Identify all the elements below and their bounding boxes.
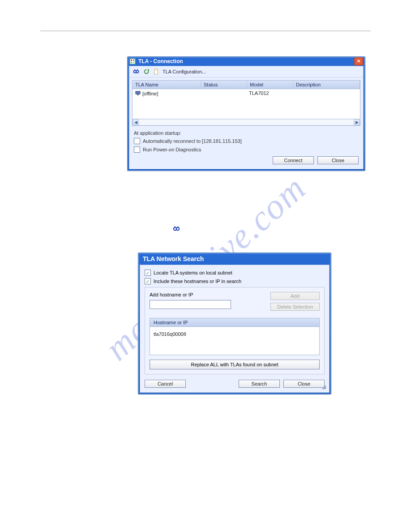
svg-rect-2	[133, 60, 134, 61]
close-icon[interactable]: ✕	[354, 57, 363, 65]
delete-button[interactable]: Delete Selection	[270, 303, 320, 311]
hostname-list[interactable]: Hostname or IP tla7016q00008	[150, 318, 320, 355]
page-divider	[40, 30, 371, 31]
auto-reconnect-label: Automatically reconnect to [128.181.115.…	[143, 138, 242, 144]
search-button[interactable]: Search	[239, 380, 280, 388]
window-title: TLA - Connection	[138, 58, 183, 64]
col-status[interactable]: Status	[201, 81, 247, 89]
hostname-input[interactable]	[150, 300, 231, 309]
svg-rect-0	[130, 59, 135, 64]
table-row[interactable]: [offline] TLA7012	[133, 89, 360, 98]
run-power-checkbox[interactable]	[134, 146, 140, 153]
include-label: Include these hostnames or IP in search	[154, 279, 241, 284]
col-name[interactable]: TLA Name	[133, 81, 201, 89]
inline-search-icon-hint	[173, 225, 180, 233]
horizontal-scrollbar[interactable]: ◀ ▶	[133, 119, 360, 125]
list-item[interactable]: tla7016q00008	[150, 327, 319, 355]
svg-rect-4	[133, 62, 134, 63]
scroll-left-icon[interactable]: ◀	[133, 119, 139, 125]
auto-reconnect-checkbox[interactable]	[134, 138, 140, 144]
search-icon	[173, 225, 180, 233]
add-button[interactable]: Add	[270, 292, 320, 300]
locate-label: Locate TLA systems on local subnet	[154, 270, 232, 275]
close-button[interactable]: Close	[317, 156, 359, 164]
resize-grip-icon[interactable]	[321, 384, 326, 390]
add-heading: Add hostname or IP	[150, 292, 265, 297]
startup-heading: At application startup:	[134, 130, 359, 136]
document-icon[interactable]	[153, 68, 160, 75]
svg-rect-1	[131, 60, 132, 61]
cancel-button[interactable]: Cancel	[145, 380, 186, 388]
monitor-icon	[135, 90, 141, 97]
replace-button[interactable]: Replace ALL with TLAs found on subnet	[150, 360, 320, 369]
refresh-icon[interactable]	[143, 68, 150, 75]
toolbar: TLA Configuration...	[129, 66, 363, 77]
connection-grid: TLA Name Status Model Description [offli…	[132, 80, 360, 126]
svg-rect-7	[136, 91, 140, 94]
locate-checkbox[interactable]: ✓	[145, 270, 151, 276]
svg-point-6	[136, 70, 139, 73]
titlebar[interactable]: TLA - Connection ✕	[128, 57, 365, 66]
scroll-right-icon[interactable]: ▶	[354, 119, 360, 125]
cell-description	[292, 89, 360, 98]
svg-rect-8	[137, 94, 139, 95]
cell-name: [offline]	[142, 91, 158, 96]
search-icon[interactable]	[133, 68, 140, 75]
svg-rect-3	[131, 62, 132, 63]
svg-point-10	[176, 227, 179, 230]
col-model[interactable]: Model	[247, 81, 293, 89]
close-button[interactable]: Close	[283, 380, 325, 388]
col-description[interactable]: Description	[293, 81, 360, 89]
run-power-label: Run Power-on Diagnostics	[143, 147, 201, 152]
connect-button[interactable]: Connect	[273, 156, 314, 164]
window-title[interactable]: TLA Network Search	[138, 253, 331, 265]
connection-window: TLA - Connection ✕ TLA Configuration... …	[127, 56, 365, 171]
app-icon	[129, 58, 136, 64]
list-header: Hostname or IP	[150, 318, 319, 327]
cell-status	[201, 89, 246, 98]
config-label[interactable]: TLA Configuration...	[163, 69, 206, 74]
cell-model: TLA7012	[246, 89, 292, 98]
search-window: TLA Network Search ✓ Locate TLA systems …	[138, 253, 331, 395]
include-checkbox[interactable]: ✓	[145, 278, 151, 284]
